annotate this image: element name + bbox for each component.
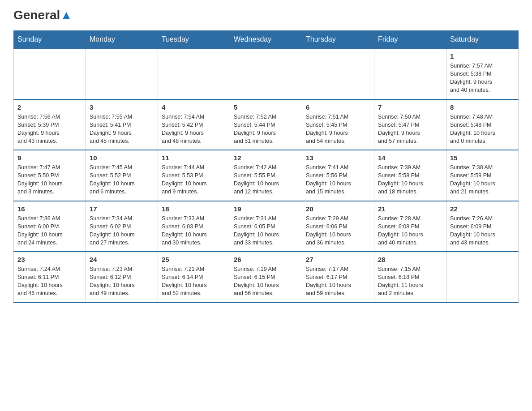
day-number: 17 [90, 205, 154, 213]
calendar-cell: 18Sunrise: 7:33 AMSunset: 6:03 PMDayligh… [158, 201, 230, 252]
day-info: Sunrise: 7:29 AMSunset: 6:06 PMDaylight:… [306, 214, 370, 247]
calendar-cell: 4Sunrise: 7:54 AMSunset: 5:42 PMDaylight… [158, 99, 230, 150]
day-info: Sunrise: 7:33 AMSunset: 6:03 PMDaylight:… [162, 214, 226, 247]
day-number: 22 [450, 205, 515, 213]
day-of-week-header: Tuesday [158, 31, 230, 49]
calendar-cell: 8Sunrise: 7:48 AMSunset: 5:48 PMDaylight… [446, 99, 519, 150]
day-number: 13 [306, 154, 370, 162]
calendar-cell [446, 252, 519, 303]
calendar-cell: 19Sunrise: 7:31 AMSunset: 6:05 PMDayligh… [230, 201, 302, 252]
day-info: Sunrise: 7:47 AMSunset: 5:50 PMDaylight:… [17, 163, 82, 196]
day-info: Sunrise: 7:38 AMSunset: 5:59 PMDaylight:… [450, 163, 515, 196]
day-number: 12 [234, 154, 298, 162]
day-number: 1 [450, 52, 515, 60]
day-number: 2 [17, 103, 82, 111]
day-number: 14 [378, 154, 442, 162]
calendar-cell: 5Sunrise: 7:52 AMSunset: 5:44 PMDaylight… [230, 99, 302, 150]
calendar-cell: 15Sunrise: 7:38 AMSunset: 5:59 PMDayligh… [446, 150, 519, 201]
calendar-cell: 2Sunrise: 7:56 AMSunset: 5:39 PMDaylight… [14, 99, 86, 150]
day-info: Sunrise: 7:36 AMSunset: 6:00 PMDaylight:… [17, 214, 82, 247]
day-info: Sunrise: 7:45 AMSunset: 5:52 PMDaylight:… [90, 163, 154, 196]
calendar-cell: 25Sunrise: 7:21 AMSunset: 6:14 PMDayligh… [158, 252, 230, 303]
day-number: 10 [90, 154, 154, 162]
day-of-week-header: Saturday [446, 31, 519, 49]
day-number: 9 [17, 154, 82, 162]
day-number: 4 [162, 103, 226, 111]
calendar-week-row: 23Sunrise: 7:24 AMSunset: 6:11 PMDayligh… [14, 252, 519, 303]
calendar-cell [230, 48, 302, 99]
calendar-cell: 23Sunrise: 7:24 AMSunset: 6:11 PMDayligh… [14, 252, 86, 303]
calendar-week-row: 9Sunrise: 7:47 AMSunset: 5:50 PMDaylight… [14, 150, 519, 201]
calendar-cell: 10Sunrise: 7:45 AMSunset: 5:52 PMDayligh… [86, 150, 158, 201]
day-of-week-header: Monday [86, 31, 158, 49]
day-of-week-header: Sunday [14, 31, 86, 49]
day-number: 26 [234, 256, 298, 263]
day-number: 23 [17, 256, 82, 263]
calendar-cell [86, 48, 158, 99]
calendar-cell: 1Sunrise: 7:57 AMSunset: 5:38 PMDaylight… [446, 48, 519, 99]
day-of-week-header: Wednesday [230, 31, 302, 49]
day-info: Sunrise: 7:23 AMSunset: 6:12 PMDaylight:… [90, 265, 154, 298]
calendar-cell: 12Sunrise: 7:42 AMSunset: 5:55 PMDayligh… [230, 150, 302, 201]
day-number: 5 [234, 103, 298, 111]
day-info: Sunrise: 7:51 AMSunset: 5:45 PMDaylight:… [306, 113, 370, 146]
day-info: Sunrise: 7:52 AMSunset: 5:44 PMDaylight:… [234, 113, 298, 146]
day-number: 18 [162, 205, 226, 213]
day-info: Sunrise: 7:21 AMSunset: 6:14 PMDaylight:… [162, 265, 226, 298]
day-info: Sunrise: 7:17 AMSunset: 6:17 PMDaylight:… [306, 265, 370, 298]
calendar-cell: 7Sunrise: 7:50 AMSunset: 5:47 PMDaylight… [374, 99, 446, 150]
calendar-cell: 17Sunrise: 7:34 AMSunset: 6:02 PMDayligh… [86, 201, 158, 252]
calendar-cell [374, 48, 446, 99]
day-info: Sunrise: 7:15 AMSunset: 6:18 PMDaylight:… [378, 265, 442, 298]
calendar-cell: 9Sunrise: 7:47 AMSunset: 5:50 PMDaylight… [14, 150, 86, 201]
day-info: Sunrise: 7:28 AMSunset: 6:08 PMDaylight:… [378, 214, 442, 247]
day-info: Sunrise: 7:26 AMSunset: 6:09 PMDaylight:… [450, 214, 515, 247]
calendar-cell [14, 48, 86, 99]
calendar-cell: 24Sunrise: 7:23 AMSunset: 6:12 PMDayligh… [86, 252, 158, 303]
calendar-cell: 13Sunrise: 7:41 AMSunset: 5:56 PMDayligh… [302, 150, 374, 201]
calendar-week-row: 1Sunrise: 7:57 AMSunset: 5:38 PMDaylight… [14, 48, 519, 99]
calendar-header-row: SundayMondayTuesdayWednesdayThursdayFrid… [14, 31, 519, 49]
calendar-cell: 16Sunrise: 7:36 AMSunset: 6:00 PMDayligh… [14, 201, 86, 252]
day-info: Sunrise: 7:44 AMSunset: 5:53 PMDaylight:… [162, 163, 226, 196]
calendar-cell: 6Sunrise: 7:51 AMSunset: 5:45 PMDaylight… [302, 99, 374, 150]
calendar-cell: 14Sunrise: 7:39 AMSunset: 5:58 PMDayligh… [374, 150, 446, 201]
day-number: 20 [306, 205, 370, 213]
day-number: 24 [90, 256, 154, 263]
calendar-cell: 26Sunrise: 7:19 AMSunset: 6:15 PMDayligh… [230, 252, 302, 303]
day-number: 8 [450, 103, 515, 111]
day-info: Sunrise: 7:56 AMSunset: 5:39 PMDaylight:… [17, 113, 82, 146]
logo-general: General▲ [13, 9, 73, 21]
day-info: Sunrise: 7:48 AMSunset: 5:48 PMDaylight:… [450, 113, 515, 146]
day-number: 25 [162, 256, 226, 263]
day-number: 6 [306, 103, 370, 111]
day-number: 27 [306, 256, 370, 263]
day-number: 3 [90, 103, 154, 111]
day-number: 16 [17, 205, 82, 213]
day-number: 11 [162, 154, 226, 162]
day-of-week-header: Friday [374, 31, 446, 49]
day-info: Sunrise: 7:31 AMSunset: 6:05 PMDaylight:… [234, 214, 298, 247]
day-info: Sunrise: 7:42 AMSunset: 5:55 PMDaylight:… [234, 163, 298, 196]
day-number: 28 [378, 256, 442, 263]
calendar-week-row: 16Sunrise: 7:36 AMSunset: 6:00 PMDayligh… [14, 201, 519, 252]
calendar-cell: 20Sunrise: 7:29 AMSunset: 6:06 PMDayligh… [302, 201, 374, 252]
calendar-cell: 22Sunrise: 7:26 AMSunset: 6:09 PMDayligh… [446, 201, 519, 252]
day-info: Sunrise: 7:55 AMSunset: 5:41 PMDaylight:… [90, 113, 154, 146]
calendar-cell: 27Sunrise: 7:17 AMSunset: 6:17 PMDayligh… [302, 252, 374, 303]
calendar-cell [158, 48, 230, 99]
day-number: 7 [378, 103, 442, 111]
day-info: Sunrise: 7:24 AMSunset: 6:11 PMDaylight:… [17, 265, 82, 298]
logo-triangle-icon: ▲ [60, 8, 73, 22]
calendar-cell: 3Sunrise: 7:55 AMSunset: 5:41 PMDaylight… [86, 99, 158, 150]
day-info: Sunrise: 7:19 AMSunset: 6:15 PMDaylight:… [234, 265, 298, 298]
day-info: Sunrise: 7:50 AMSunset: 5:47 PMDaylight:… [378, 113, 442, 146]
day-info: Sunrise: 7:39 AMSunset: 5:58 PMDaylight:… [378, 163, 442, 196]
day-info: Sunrise: 7:54 AMSunset: 5:42 PMDaylight:… [162, 113, 226, 146]
page-header: General▲ [13, 9, 519, 21]
day-number: 15 [450, 154, 515, 162]
calendar-table: SundayMondayTuesdayWednesdayThursdayFrid… [13, 30, 519, 303]
calendar-cell: 28Sunrise: 7:15 AMSunset: 6:18 PMDayligh… [374, 252, 446, 303]
calendar-cell [302, 48, 374, 99]
logo: General▲ [13, 9, 73, 21]
